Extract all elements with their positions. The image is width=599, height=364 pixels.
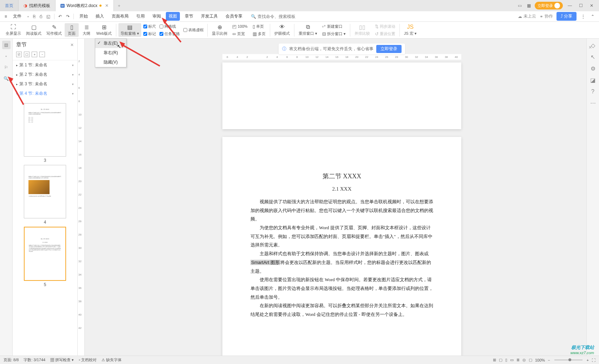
collapse-ribbon-icon[interactable]: ⌃ bbox=[590, 13, 595, 20]
read-mode-button[interactable]: ▢阅读版式 bbox=[24, 23, 44, 37]
ruler-checkbox[interactable]: 标尺 bbox=[142, 23, 157, 30]
more-rail-icon[interactable]: ⋯ bbox=[590, 100, 596, 106]
nav-panel-close-icon[interactable]: ✕ bbox=[70, 42, 74, 47]
tool-expand-icon[interactable]: ☑ bbox=[16, 52, 22, 57]
new-window-button[interactable]: ▫⁺新建窗口 bbox=[320, 23, 348, 30]
thumbnail-rail-icon[interactable]: ▫ bbox=[2, 52, 11, 60]
vertical-ruler[interactable]: 24681012141618202224262830323436384042 bbox=[78, 39, 85, 357]
cloud-status[interactable]: ☁未上云 bbox=[518, 13, 536, 19]
chart-icon[interactable]: ◪ bbox=[590, 77, 595, 84]
file-menu[interactable]: 文件 bbox=[10, 12, 24, 21]
write-mode-button[interactable]: ✎写作模式 bbox=[44, 23, 64, 37]
section-item[interactable]: ▸第 2 节: 未命名▾ bbox=[13, 70, 77, 79]
menu-member[interactable]: 会员专享 bbox=[223, 12, 245, 21]
single-page-button[interactable]: ▯单页 bbox=[250, 23, 268, 30]
page-width-button[interactable]: ⬄页宽 bbox=[230, 31, 249, 37]
menu-start[interactable]: 开始 bbox=[77, 12, 91, 21]
section-item[interactable]: ▸第 1 节: 未命名▾ bbox=[13, 60, 77, 70]
add-tab-button[interactable]: ＋ bbox=[114, 0, 124, 11]
zoom-100-button[interactable]: ◰100% bbox=[230, 23, 249, 30]
layout-icon[interactable]: ▭ bbox=[516, 2, 523, 9]
banner-close-icon[interactable]: ✕ bbox=[588, 45, 592, 50]
search-input[interactable] bbox=[258, 14, 300, 19]
page-thumbnail[interactable]: 第一节 XXXX视频提供了功能强大的方法帮助您证明您的观点当您单击联机视频时可以… bbox=[24, 103, 66, 157]
menu-view[interactable]: 视图 bbox=[166, 12, 180, 21]
chevron-down-icon[interactable]: ▾ bbox=[72, 64, 74, 67]
zoom-fit-icon[interactable]: ▢ bbox=[529, 358, 532, 362]
document-page[interactable]: 第二节 XXXX 2.1 XXX 视频提供了功能强大的方法帮助您证明您的观点。当… bbox=[222, 137, 461, 357]
menu-chapter[interactable]: 章节 bbox=[182, 12, 196, 21]
sidebyside-button[interactable]: ▯▯并排比较 bbox=[352, 23, 372, 37]
page-thumbnail[interactable]: 视频提供了功能强大的方法帮助您证明您的观点当您单击联机视频时可以在想要添加的视频… bbox=[24, 165, 66, 218]
page-thumbnail[interactable]: 第二节 XXXX2.1 XXX视频提供了功能强大的方法帮助您证明您的观点当您单击… bbox=[24, 227, 66, 281]
banner-login-button[interactable]: 立即登录 bbox=[376, 45, 402, 53]
zoom-slider[interactable] bbox=[554, 359, 582, 360]
status-page[interactable]: 页面: 8/8 bbox=[4, 357, 19, 363]
tool-remove-icon[interactable]: － bbox=[39, 52, 45, 57]
chevron-down-icon[interactable]: ▾ bbox=[72, 92, 74, 95]
print-icon[interactable]: ⎙ bbox=[39, 13, 43, 20]
tab-template[interactable]: ◑ 找稻壳模板 bbox=[19, 0, 56, 11]
status-proofing[interactable]: ▫ 文档校对 bbox=[79, 357, 97, 363]
outline-view-icon[interactable]: ≣ bbox=[516, 358, 520, 362]
command-search[interactable]: 🔍 bbox=[251, 14, 300, 19]
fullscreen-button[interactable]: ⛶全屏显示 bbox=[4, 23, 23, 37]
zoom-thumb[interactable] bbox=[568, 358, 571, 361]
status-spellcheck[interactable]: ▦ 拼写检查 ▾ bbox=[50, 357, 74, 363]
menu-devtools[interactable]: 开发工具 bbox=[198, 12, 221, 21]
js-macro-button[interactable]: JSJS 宏 ▾ bbox=[402, 23, 419, 37]
menu-review[interactable]: 审阅 bbox=[150, 12, 164, 21]
minimize-button[interactable]: — bbox=[566, 3, 574, 8]
close-window-button[interactable]: ✕ bbox=[588, 3, 595, 8]
zoom-out-icon[interactable]: − bbox=[548, 358, 550, 362]
dropdown-align-left[interactable]: 靠左(E) bbox=[95, 39, 126, 48]
section-item[interactable]: ▾第 4 节: 未命名▾ bbox=[13, 89, 77, 98]
status-words[interactable]: 字数: 3/1744 bbox=[24, 357, 45, 363]
maximize-button[interactable]: ☐ bbox=[577, 3, 585, 8]
chevron-down-icon[interactable]: ▾ bbox=[72, 73, 74, 77]
redo-icon[interactable]: ↷ bbox=[65, 13, 71, 20]
split-window-button[interactable]: ⊟拆分窗口 ▾ bbox=[320, 31, 348, 37]
document-viewport[interactable]: ⓘ 将文档备份云端，可避免文件丢失，省心省事 立即登录 ✕ 6422468101… bbox=[85, 39, 599, 357]
eye-protect-button[interactable]: 👁护眼模式 bbox=[272, 23, 292, 37]
focus-view-icon[interactable]: ◎ bbox=[522, 358, 526, 362]
table-frame-checkbox[interactable]: 表格虚框 bbox=[182, 27, 205, 33]
zoom-level[interactable]: 100% bbox=[535, 358, 545, 362]
dropdown-align-right[interactable]: 靠右(R) bbox=[95, 48, 126, 58]
grid-checkbox[interactable]: 网格线 bbox=[158, 23, 181, 30]
coop-button[interactable]: ⚭协作 bbox=[540, 13, 553, 19]
more-icon[interactable]: ⋮ bbox=[580, 13, 586, 20]
horizontal-ruler[interactable]: 642246810121416182022242628303234363840 bbox=[222, 54, 461, 60]
grid-icon[interactable]: ▦ bbox=[526, 2, 532, 9]
settings-icon[interactable]: ⚙ bbox=[591, 65, 595, 72]
nav-pane-button[interactable]: ▤导航窗格 ▾ bbox=[118, 23, 141, 37]
fullscreen-status-icon[interactable]: ⛶ bbox=[592, 358, 595, 362]
preview-icon[interactable]: ◱ bbox=[45, 13, 51, 20]
share-button[interactable]: ⤴ 分享 bbox=[556, 12, 577, 21]
menu-insert[interactable]: 插入 bbox=[93, 12, 107, 21]
view-mode-icon[interactable]: ⊞ bbox=[493, 358, 496, 362]
task-panel-checkbox[interactable]: 任务窗格 bbox=[158, 31, 181, 37]
mark-checkbox[interactable]: 标记 bbox=[142, 31, 157, 37]
zoom-in-icon[interactable]: + bbox=[587, 358, 589, 362]
outline-mode-button[interactable]: ≣大纲 bbox=[79, 23, 93, 37]
rearrange-button[interactable]: ⧉重排窗口 ▾ bbox=[297, 23, 319, 37]
chevron-down-icon[interactable]: ▾ bbox=[72, 82, 74, 86]
tool-collapse-icon[interactable]: ▢ bbox=[24, 52, 30, 57]
web-view-icon[interactable]: ▭ bbox=[510, 358, 514, 362]
page-mode-button[interactable]: ▯页面 bbox=[65, 23, 79, 37]
undo-icon[interactable]: ↶ bbox=[57, 13, 63, 20]
multi-page-button[interactable]: ▥多页 bbox=[250, 31, 268, 37]
document-page[interactable] bbox=[222, 62, 461, 129]
search-rail-icon[interactable]: 🔍 bbox=[2, 74, 11, 83]
dropdown-hide[interactable]: 隐藏(V) bbox=[95, 58, 126, 67]
help-icon[interactable]: ? bbox=[591, 88, 594, 95]
close-tab-icon[interactable]: ✕ bbox=[105, 3, 109, 8]
bookmark-rail-icon[interactable]: ⚐ bbox=[2, 63, 11, 72]
outline-rail-icon[interactable]: ▤ bbox=[2, 41, 11, 49]
web-mode-button[interactable]: ⊞Web版式 bbox=[94, 23, 114, 37]
read-view-icon[interactable]: ▢ bbox=[499, 358, 502, 362]
login-button[interactable]: 立即登录 bbox=[535, 2, 563, 9]
sync-scroll-button[interactable]: ⇅同步滚动 bbox=[373, 23, 397, 30]
new-icon[interactable]: ▫ bbox=[26, 13, 30, 20]
